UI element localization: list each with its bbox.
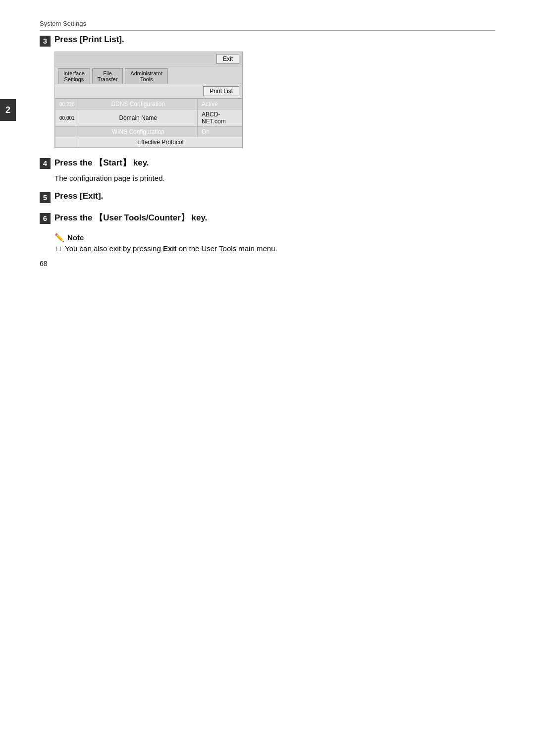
table-row: 00.001 Domain Name ABCD-NET.com [55, 109, 242, 127]
cell-col2-3: WINS Configuration [79, 127, 197, 137]
breadcrumb: System Settings [40, 20, 495, 31]
ui-table: 00.228 DDNS Configuration Active 00.001 … [55, 99, 242, 148]
cell-col2-2: Domain Name [79, 109, 197, 127]
step3-header: 3 Press [Print List]. [40, 35, 495, 47]
step3-number: 3 [40, 36, 51, 47]
cell-col2-1: DDNS Configuration [79, 99, 197, 109]
ui-top-bar: Exit [55, 52, 242, 66]
cell-col2-4: Effective Protocol [79, 137, 242, 148]
tab-file-transfer[interactable]: FileTransfer [92, 68, 123, 84]
print-list-button[interactable]: Print List [203, 86, 239, 96]
cell-col3-2: ABCD-NET.com [198, 109, 242, 127]
page-container: System Settings 2 3 Press [Print List]. … [0, 0, 535, 282]
cell-col1-4 [55, 137, 79, 148]
note-item-text: You can also exit by pressing Exit on th… [65, 244, 277, 253]
cell-col1-2: 00.001 [55, 109, 79, 127]
ui-tabs: InterfaceSettings FileTransfer Administr… [55, 66, 242, 84]
step5-title: Press [Exit]. [54, 191, 103, 201]
step5-header: 5 Press [Exit]. [40, 191, 495, 203]
table-row: 00.228 DDNS Configuration Active [55, 99, 242, 109]
step3-block: 3 Press [Print List]. Exit InterfaceSett… [40, 35, 495, 148]
step5-number: 5 [40, 192, 51, 203]
step6-header: 6 Press the 【User Tools/Counter】 key. [40, 212, 495, 224]
step4-header: 4 Press the 【Start】 key. [40, 157, 495, 169]
step4-block: 4 Press the 【Start】 key. The configurati… [40, 157, 495, 182]
step6-number: 6 [40, 213, 51, 224]
step5-block: 5 Press [Exit]. [40, 191, 495, 203]
tab-administrator-tools[interactable]: AdministratorTools [125, 68, 168, 84]
cell-col3-3: On [198, 127, 242, 137]
step6-block: 6 Press the 【User Tools/Counter】 key. [40, 212, 495, 224]
note-block: ✏️ Note You can also exit by pressing Ex… [54, 233, 495, 253]
note-icon: ✏️ [54, 233, 64, 242]
side-number: 2 [0, 99, 16, 121]
page-number: 68 [40, 260, 48, 268]
cell-col1-3 [55, 127, 79, 137]
step4-title: Press the 【Start】 key. [54, 157, 149, 168]
note-item-1: You can also exit by pressing Exit on th… [56, 244, 495, 253]
note-title-text: Note [67, 233, 84, 242]
step4-description: The configuration page is printed. [54, 174, 495, 182]
step3-title: Press [Print List]. [54, 35, 124, 45]
note-title: ✏️ Note [54, 233, 495, 242]
step6-title: Press the 【User Tools/Counter】 key. [54, 212, 207, 223]
tab-interface-settings[interactable]: InterfaceSettings [58, 68, 90, 84]
ui-screenshot: Exit InterfaceSettings FileTransfer Admi… [54, 52, 243, 148]
cell-col3-1: Active [198, 99, 242, 109]
cell-col1-1: 00.228 [55, 99, 79, 109]
step4-number: 4 [40, 158, 51, 169]
ui-print-bar: Print List [55, 84, 242, 99]
exit-button[interactable]: Exit [216, 54, 239, 64]
table-row: Effective Protocol [55, 137, 242, 148]
table-row: WINS Configuration On [55, 127, 242, 137]
